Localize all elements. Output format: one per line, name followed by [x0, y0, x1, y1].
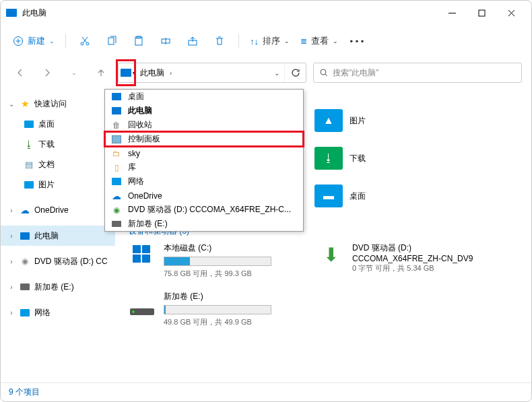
download-icon: ⭳ — [314, 147, 343, 170]
dropdown-item-libraries[interactable]: ▯库 — [105, 160, 303, 174]
address-dropdown-menu: 桌面 此电脑 🗑回收站 控制面板 🗀sky ▯库 网络 ☁OneDrive ◉D… — [104, 89, 304, 232]
rename-button[interactable] — [154, 29, 178, 53]
breadcrumb[interactable]: 此电脑 — [137, 67, 167, 79]
thispc-icon — [6, 9, 17, 17]
sidebar-item-thispc[interactable]: ›此电脑 — [1, 226, 115, 246]
view-button[interactable]: ≣ 查看 ⌄ — [296, 29, 342, 53]
refresh-button[interactable] — [284, 63, 306, 82]
star-icon: ★ — [20, 98, 30, 109]
folder-item-downloads[interactable]: ⭳下载 — [314, 143, 366, 173]
disk-icon — [130, 308, 154, 315]
drive-free: 49.8 GB 可用，共 49.9 GB — [164, 317, 271, 327]
chevron-down-icon: ⌄ — [333, 38, 338, 44]
svg-rect-13 — [142, 255, 150, 263]
sidebar-item-onedrive[interactable]: ›☁OneDrive — [1, 200, 115, 220]
window-title: 此电脑 — [22, 7, 437, 19]
dropdown-item-controlpanel[interactable]: 控制面板 — [105, 132, 303, 146]
sidebar-item-network[interactable]: ›网络 — [1, 302, 115, 323]
item-count: 9 个项目 — [9, 387, 40, 398]
maximize-button[interactable] — [467, 3, 496, 23]
disk-icon — [110, 221, 123, 227]
sort-icon: ↑↓ — [250, 36, 259, 46]
sidebar-item-volume-e[interactable]: ›新加卷 (E:) — [1, 277, 115, 297]
up-button[interactable] — [91, 63, 111, 83]
rename-icon — [160, 36, 171, 46]
controlpanel-icon — [112, 135, 121, 143]
dropdown-item-desktop[interactable]: 桌面 — [105, 90, 303, 104]
folder-icon: 🗀 — [110, 149, 123, 158]
address-bar[interactable]: ▾ 此电脑 › ⌄ — [118, 63, 306, 83]
dropdown-item-recyclebin[interactable]: 🗑回收站 — [105, 118, 303, 132]
windows-icon — [129, 242, 156, 267]
cut-button[interactable] — [73, 29, 97, 53]
dvd-icon: ◉ — [20, 256, 30, 267]
cloud-icon: ☁ — [110, 191, 123, 201]
svg-point-3 — [86, 42, 89, 45]
drive-free: 0 字节 可用，共 5.34 GB — [352, 263, 473, 273]
pictures-icon — [24, 181, 34, 189]
delete-button[interactable] — [207, 29, 232, 53]
network-icon — [20, 309, 30, 316]
document-icon: ▤ — [24, 159, 34, 170]
recycle-icon: 🗑 — [110, 121, 123, 130]
chevron-down-icon: ⌄ — [284, 38, 290, 44]
chevron-right-icon[interactable]: › — [167, 69, 174, 77]
forward-button[interactable] — [37, 63, 57, 83]
sidebar-item-documents[interactable]: ▤文档 — [1, 154, 115, 174]
disk-icon — [20, 283, 30, 290]
cloud-icon: ☁ — [20, 205, 30, 215]
nav-sidebar: ⌄★快速访问 桌面 ⭳下载 ▤文档 图片 ›☁OneDrive ›此电脑 ›◉D… — [1, 88, 115, 387]
sidebar-item-downloads[interactable]: ⭳下载 — [1, 134, 115, 154]
new-button[interactable]: 新建 ⌄ — [9, 29, 59, 53]
drive-free: 75.8 GB 可用，共 99.3 GB — [164, 269, 271, 279]
dropdown-item-volume-e[interactable]: 新加卷 (E:) — [105, 217, 303, 231]
pictures-icon: ▲ — [314, 109, 343, 132]
copy-button[interactable] — [100, 29, 124, 53]
more-button[interactable]: • • • — [345, 29, 369, 53]
sidebar-item-quickaccess[interactable]: ⌄★快速访问 — [1, 94, 115, 114]
sidebar-item-pictures[interactable]: 图片 — [1, 174, 115, 195]
folder-item-desktop[interactable]: ▬桌面 — [314, 181, 366, 211]
drive-name: 本地磁盘 (C:) — [164, 242, 271, 254]
dropdown-item-onedrive[interactable]: ☁OneDrive — [105, 189, 303, 203]
svg-rect-11 — [142, 245, 150, 253]
back-button[interactable] — [10, 63, 30, 83]
share-button[interactable] — [180, 29, 205, 53]
svg-rect-12 — [133, 255, 141, 263]
drive-label: CCCOMA_X64FRE_ZH-CN_DV9 — [352, 254, 473, 263]
library-icon: ▯ — [110, 163, 123, 172]
dropdown-item-thispc[interactable]: 此电脑 — [105, 104, 303, 118]
share-icon — [187, 36, 198, 46]
dropdown-item-network[interactable]: 网络 — [105, 174, 303, 189]
drive-name: 新加卷 (E:) — [164, 291, 271, 302]
sort-button[interactable]: ↑↓ 排序 ⌄ — [246, 29, 294, 53]
dropdown-item-sky[interactable]: 🗀sky — [105, 146, 303, 160]
svg-point-9 — [321, 69, 326, 75]
monitor-icon — [112, 93, 121, 100]
dropdown-item-dvd[interactable]: ◉DVD 驱动器 (D:) CCCOMA_X64FRE_ZH-C... — [105, 203, 303, 217]
sidebar-item-dvd[interactable]: ›◉DVD 驱动器 (D:) CC — [1, 251, 115, 271]
address-history-button[interactable]: ⌄ — [269, 69, 284, 77]
network-icon — [110, 178, 123, 185]
drive-e[interactable]: 新加卷 (E:) 49.8 GB 可用，共 49.9 GB — [129, 291, 297, 327]
sidebar-item-desktop[interactable]: 桌面 — [1, 114, 115, 134]
svg-rect-4 — [108, 38, 114, 44]
folder-icon — [24, 121, 34, 128]
thispc-icon — [112, 107, 121, 114]
minimize-button[interactable] — [437, 3, 467, 23]
paste-button[interactable] — [127, 29, 151, 53]
dvd-icon: ◉ — [110, 205, 123, 215]
svg-rect-0 — [479, 10, 485, 16]
recent-dropdown[interactable]: ⌄ — [64, 63, 84, 83]
thispc-icon — [20, 232, 30, 240]
drive-c[interactable]: 本地磁盘 (C:) 75.8 GB 可用，共 99.3 GB — [129, 242, 297, 279]
svg-rect-10 — [133, 245, 141, 253]
address-dropdown-button[interactable]: ▾ — [119, 69, 137, 77]
close-button[interactable] — [496, 3, 526, 23]
drive-d-dvd[interactable]: ⬇ DVD 驱动器 (D:) CCCOMA_X64FRE_ZH-CN_DV9 0… — [317, 242, 506, 279]
search-icon — [319, 68, 329, 77]
paste-icon — [133, 36, 144, 46]
search-input[interactable]: 搜索"此电脑" — [313, 63, 522, 83]
folder-item-pictures[interactable]: ▲图片 — [314, 106, 366, 135]
plus-circle-icon — [13, 36, 24, 46]
